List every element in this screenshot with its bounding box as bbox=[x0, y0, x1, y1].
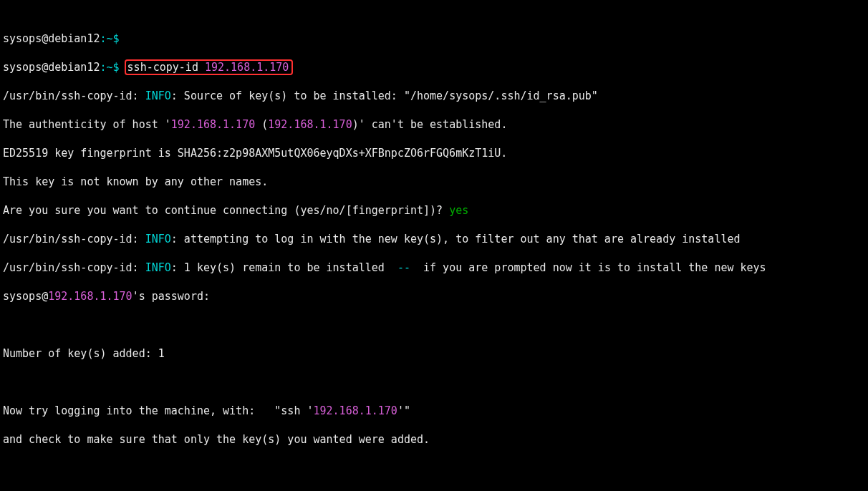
prompt-line-cmd1: sysops@debian12:~$ ssh-copy-id 192.168.1… bbox=[3, 60, 865, 74]
highlight-box-1: ssh-copy-id 192.168.1.170 bbox=[125, 59, 294, 75]
prompt-line: sysops@debian12:~$ bbox=[3, 31, 865, 46]
prompt-confirm: Are you sure you want to continue connec… bbox=[3, 203, 865, 218]
output-line: sysops@192.168.1.170's password: bbox=[3, 289, 865, 303]
output-line: The authenticity of host '192.168.1.170 … bbox=[3, 117, 865, 132]
output-line: ED25519 key fingerprint is SHA256:z2p98A… bbox=[3, 146, 865, 160]
terminal-output[interactable]: sysops@debian12:~$ sysops@debian12:~$ ss… bbox=[0, 0, 868, 491]
output-line: /usr/bin/ssh-copy-id: INFO: Source of ke… bbox=[3, 89, 865, 103]
output-line: Number of key(s) added: 1 bbox=[3, 346, 865, 361]
output-line: /usr/bin/ssh-copy-id: INFO: 1 key(s) rem… bbox=[3, 261, 865, 275]
output-line: /usr/bin/ssh-copy-id: INFO: attempting t… bbox=[3, 232, 865, 246]
output-line: This key is not known by any other names… bbox=[3, 175, 865, 189]
output-line: Now try logging into the machine, with: … bbox=[3, 404, 865, 418]
output-line: and check to make sure that only the key… bbox=[3, 432, 865, 447]
